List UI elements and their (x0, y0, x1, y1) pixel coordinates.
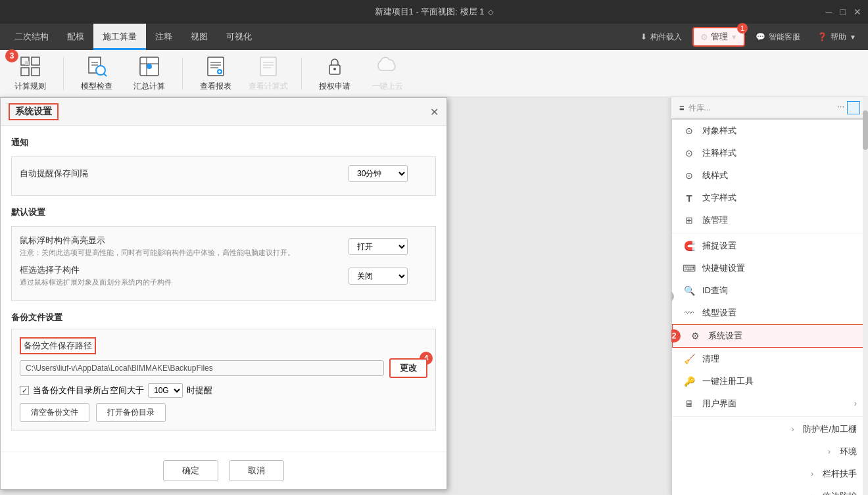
component-load-btn[interactable]: ⬇ 构件载入 (634, 32, 688, 43)
view-formula-icon (256, 55, 280, 78)
default-settings-content: 鼠标浮时构件高亮显示 注意：关闭此选项可提高性能，同时有可能影响构件选中体验，高… (11, 226, 436, 301)
svg-line-7 (104, 74, 107, 76)
menu-item-object-style[interactable]: ⊙ 对象样式 (672, 120, 867, 142)
customer-service-btn[interactable]: 💬 智能客服 (749, 32, 807, 43)
menu-item-snap-settings[interactable]: 🧲 捕捉设置 (672, 235, 867, 257)
scrollbar-thumb[interactable] (863, 110, 868, 150)
panel-placeholder: 件库... (688, 103, 711, 114)
right-panel-header: ≡ 件库... ··· (671, 97, 868, 119)
frame-select-select[interactable]: 关闭 打开 (349, 268, 408, 285)
restore-button[interactable]: □ (840, 7, 846, 17)
menu-item-formwork[interactable]: 配模 (58, 24, 93, 50)
toolbar-summary-calc[interactable]: 汇总计算 (130, 55, 169, 92)
menu-item-text-style[interactable]: T 文字样式 (672, 187, 867, 209)
svg-rect-1 (25, 61, 29, 65)
chevron-down-icon: ▼ (731, 34, 737, 41)
scrollbar-track[interactable] (863, 97, 868, 495)
backup-path-row: 4 更改 (20, 358, 427, 378)
system-settings-icon: ⚙ (688, 331, 702, 341)
help-btn[interactable]: ❓ 帮助 ▼ (811, 32, 863, 43)
expand-icon-edge: › (811, 492, 813, 495)
menu-item-shortcut-settings[interactable]: ⌨ 快捷键设置 (672, 257, 867, 279)
svg-point-26 (333, 68, 336, 70)
menu-item-linetype-settings[interactable]: 〰 线型设置 (672, 302, 867, 324)
hover-highlight-label-wrapper: 鼠标浮时构件高亮显示 注意：关闭此选项可提高性能，同时有可能影响构件选中体验，高… (20, 235, 295, 258)
notification-section-content: 自动提醒保存间隔 30分钟 15分钟 60分钟 从不 (11, 156, 436, 196)
auto-save-row: 自动提醒保存间隔 30分钟 15分钟 60分钟 从不 (20, 165, 427, 182)
toolbar-one-click-cloud[interactable]: 一键上云 (368, 55, 407, 92)
hover-highlight-control: 打开 关闭 (349, 238, 427, 255)
toolbar-divider-3 (301, 57, 302, 90)
menu-item-id-query[interactable]: 🔍 ID查询 (672, 279, 867, 302)
cancel-button[interactable]: 取消 (229, 460, 284, 481)
panel-bookmark-icon[interactable] (847, 101, 860, 114)
backup-path-input[interactable] (20, 360, 384, 376)
ok-button[interactable]: 确定 (163, 460, 218, 481)
dialog-titlebar: 系统设置 ✕ (1, 98, 446, 126)
toolbar-auth-apply[interactable]: 授权申请 (315, 55, 354, 92)
dropdown-menu: ⊙ 对象样式 ⊙ 注释样式 ⊙ 线样式 T 文字样式 ⊞ 族管理 🧲 (671, 119, 868, 495)
dialog-title: 系统设置 (9, 103, 59, 120)
expand-icon-env: › (828, 447, 831, 456)
auto-save-control: 30分钟 15分钟 60分钟 从不 (349, 165, 427, 182)
step2-badge: 2 (671, 329, 681, 342)
svg-rect-21 (260, 57, 276, 76)
toolbar-view-report[interactable]: 查看报表 (196, 55, 235, 92)
menu-item-user-interface[interactable]: 🖥 用户界面 › (672, 392, 867, 415)
backup-size-select[interactable]: 10G 5G 20G 50G (148, 383, 183, 398)
panel-action-icons: ··· (837, 101, 860, 114)
close-button[interactable]: ✕ (854, 7, 861, 17)
menu-item-annotation[interactable]: 注释 (146, 24, 181, 50)
toolbar-model-check[interactable]: 模型检查 (77, 55, 116, 92)
help-icon: ❓ (817, 32, 827, 41)
right-panel: ≡ 件库... ··· ⊙ 对象样式 ⊙ 注释样式 ⊙ 线样式 T (671, 97, 868, 495)
auth-icon (323, 55, 347, 78)
cloud-icon (375, 55, 399, 78)
menu-item-one-click-register[interactable]: 🔑 一键注册工具 (672, 370, 867, 392)
backup-path-label: 备份文件保存路径 (20, 337, 96, 354)
frame-select-note: 通过鼠标框选扩展对象及面划分系统内的子构件 (20, 277, 172, 287)
change-path-button[interactable]: 更改 (389, 358, 427, 378)
menu-item-visualization[interactable]: 可视化 (217, 24, 261, 50)
menu-item-environment[interactable]: › 环境 (672, 440, 867, 463)
svg-rect-2 (32, 57, 39, 65)
menu-item-view[interactable]: 视图 (181, 24, 217, 50)
step3-badge: 3 (5, 49, 18, 62)
titlebar: 新建项目1 - 平面视图: 楼层 1 ◇ ─ □ ✕ (0, 0, 868, 24)
hover-highlight-row: 鼠标浮时构件高亮显示 注意：关闭此选项可提高性能，同时有可能影响构件选中体验，高… (20, 235, 427, 258)
frame-select-row: 框选选择子构件 通过鼠标框选扩展对象及面划分系统内的子构件 关闭 打开 (20, 264, 427, 287)
menu-item-clean[interactable]: 🧹 清理 (672, 348, 867, 370)
hover-highlight-select[interactable]: 打开 关闭 (349, 238, 408, 255)
user-interface-icon: 🖥 (683, 398, 696, 409)
menu-item-edge-protection[interactable]: › 临边防护 (672, 485, 867, 495)
menu-item-system-settings[interactable]: 2 ⚙ 系统设置 (672, 324, 867, 348)
toolbar-view-calc-formula[interactable]: 查看计算式 (249, 55, 288, 92)
auto-save-select[interactable]: 30分钟 15分钟 60分钟 从不 (349, 165, 408, 182)
backup-reminder-checkbox[interactable]: ✓ (20, 386, 29, 395)
default-settings-title: 默认设置 (11, 206, 436, 221)
text-style-icon: T (683, 193, 696, 204)
chat-icon: 💬 (756, 32, 765, 41)
clear-backup-button[interactable]: 清空备份文件 (20, 403, 89, 422)
menu-item-secondary-structure[interactable]: 二次结构 (5, 24, 58, 50)
panel-more-icon[interactable]: ··· (837, 101, 844, 114)
menu-item-railing[interactable]: › 栏杆扶手 (672, 463, 867, 485)
dialog-close-button[interactable]: ✕ (430, 106, 439, 118)
menu-item-guard-rail[interactable]: › 防护栏/加工棚 (672, 418, 867, 440)
menu-item-line-style[interactable]: ⊙ 线样式 (672, 164, 867, 187)
backup-section: 备份文件设置 备份文件保存路径 4 更改 ✓ 当备份文件目录所占空 (11, 312, 436, 431)
menu-item-construction-calc[interactable]: 施工算量 (93, 24, 146, 50)
panel-controls: ≡ 件库... (679, 103, 711, 114)
menu-item-annotation-style[interactable]: ⊙ 注释样式 (672, 142, 867, 164)
expand-icon-railing: › (811, 469, 813, 479)
title-text: 新建项目1 - 平面视图: 楼层 1 (375, 6, 485, 18)
toolbar: 3 计算规则 模型检查 (0, 50, 868, 97)
calc-rules-icon (18, 55, 42, 78)
system-settings-dialog: 系统设置 ✕ 通知 自动提醒保存间隔 30分钟 15分钟 (0, 97, 447, 490)
svg-rect-4 (32, 68, 39, 76)
minimize-button[interactable]: ─ (826, 7, 832, 17)
manage-button[interactable]: 1 ⚙ 管理 ▼ (692, 27, 745, 47)
open-backup-dir-button[interactable]: 打开备份目录 (96, 403, 166, 422)
menu-item-family-mgmt[interactable]: ⊞ 族管理 (672, 209, 867, 231)
frame-select-label-wrapper: 框选选择子构件 通过鼠标框选扩展对象及面划分系统内的子构件 (20, 264, 172, 287)
